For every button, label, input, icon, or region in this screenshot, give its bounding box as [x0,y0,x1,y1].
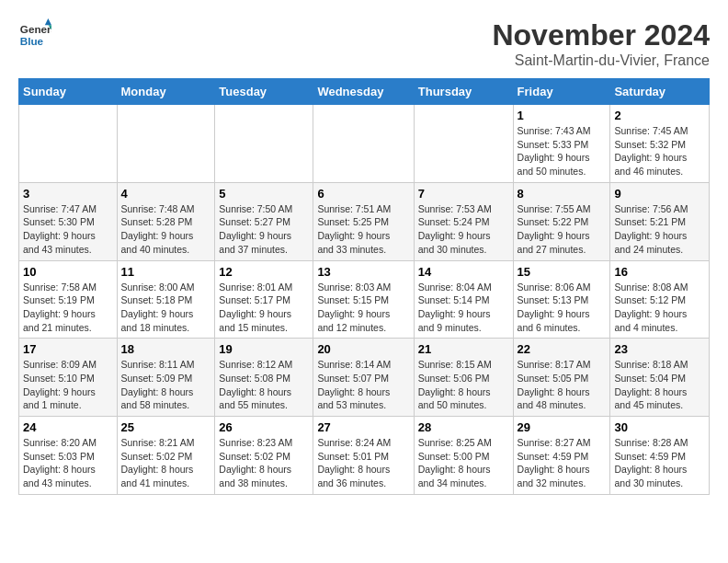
day-number: 21 [418,342,509,356]
day-number: 7 [418,187,509,201]
day-number: 20 [317,342,409,356]
day-number: 14 [418,265,509,279]
calendar-cell: 25Sunrise: 8:21 AM Sunset: 5:02 PM Dayli… [117,417,215,495]
weekday-header-sunday: Sunday [19,79,118,105]
day-info: Sunrise: 8:24 AM Sunset: 5:01 PM Dayligh… [317,436,409,490]
calendar-cell: 7Sunrise: 7:53 AM Sunset: 5:24 PM Daylig… [414,182,513,260]
day-number: 12 [219,265,309,279]
day-number: 5 [219,187,309,201]
day-info: Sunrise: 8:11 AM Sunset: 5:09 PM Dayligh… [121,358,211,412]
logo-icon: General Blue [18,18,51,52]
calendar-cell: 28Sunrise: 8:25 AM Sunset: 5:00 PM Dayli… [414,417,513,495]
day-info: Sunrise: 7:50 AM Sunset: 5:27 PM Dayligh… [219,202,309,257]
calendar-cell: 20Sunrise: 8:14 AM Sunset: 5:07 PM Dayli… [313,339,414,417]
logo: General Blue [18,18,51,52]
day-info: Sunrise: 8:20 AM Sunset: 5:03 PM Dayligh… [23,436,113,490]
day-info: Sunrise: 8:09 AM Sunset: 5:10 PM Dayligh… [23,358,113,412]
calendar-cell [117,105,215,183]
calendar-cell: 13Sunrise: 8:03 AM Sunset: 5:15 PM Dayli… [313,260,414,339]
calendar-cell: 26Sunrise: 8:23 AM Sunset: 5:02 PM Dayli… [215,417,313,495]
day-info: Sunrise: 8:15 AM Sunset: 5:06 PM Dayligh… [418,358,509,412]
week-row-1: 1Sunrise: 7:43 AM Sunset: 5:33 PM Daylig… [19,105,710,183]
day-number: 15 [518,265,607,279]
calendar-cell: 10Sunrise: 7:58 AM Sunset: 5:19 PM Dayli… [19,260,118,339]
location-title: Saint-Martin-du-Vivier, France [492,52,710,69]
day-info: Sunrise: 8:28 AM Sunset: 4:59 PM Dayligh… [614,436,705,490]
day-info: Sunrise: 8:08 AM Sunset: 5:12 PM Dayligh… [614,281,705,335]
page-header: General Blue November 2024 Saint-Martin-… [18,18,710,69]
day-info: Sunrise: 8:21 AM Sunset: 5:02 PM Dayligh… [121,436,211,490]
calendar-cell: 27Sunrise: 8:24 AM Sunset: 5:01 PM Dayli… [313,417,414,495]
day-info: Sunrise: 8:25 AM Sunset: 5:00 PM Dayligh… [418,436,509,490]
day-info: Sunrise: 8:01 AM Sunset: 5:17 PM Dayligh… [219,281,309,335]
svg-marker-2 [45,18,51,25]
weekday-header-thursday: Thursday [414,79,513,105]
day-info: Sunrise: 8:18 AM Sunset: 5:04 PM Dayligh… [614,358,705,412]
day-info: Sunrise: 7:43 AM Sunset: 5:33 PM Dayligh… [518,124,607,178]
day-info: Sunrise: 7:56 AM Sunset: 5:21 PM Dayligh… [614,202,705,257]
calendar-cell [215,105,313,183]
svg-text:Blue: Blue [20,35,44,47]
day-info: Sunrise: 7:51 AM Sunset: 5:25 PM Dayligh… [317,202,409,257]
day-info: Sunrise: 7:58 AM Sunset: 5:19 PM Dayligh… [23,281,113,335]
day-info: Sunrise: 8:04 AM Sunset: 5:14 PM Dayligh… [418,281,509,335]
calendar-cell: 23Sunrise: 8:18 AM Sunset: 5:04 PM Dayli… [610,339,710,417]
month-title: November 2024 [492,18,710,52]
calendar-cell: 11Sunrise: 8:00 AM Sunset: 5:18 PM Dayli… [117,260,215,339]
weekday-header-monday: Monday [117,79,215,105]
day-number: 25 [121,420,211,434]
day-info: Sunrise: 8:12 AM Sunset: 5:08 PM Dayligh… [219,358,309,412]
day-number: 23 [614,342,705,356]
day-info: Sunrise: 8:27 AM Sunset: 4:59 PM Dayligh… [518,436,607,490]
weekday-header-wednesday: Wednesday [313,79,414,105]
weekday-header-saturday: Saturday [610,79,710,105]
day-info: Sunrise: 7:55 AM Sunset: 5:22 PM Dayligh… [518,202,607,257]
calendar-cell: 5Sunrise: 7:50 AM Sunset: 5:27 PM Daylig… [215,182,313,260]
calendar-cell: 15Sunrise: 8:06 AM Sunset: 5:13 PM Dayli… [513,260,610,339]
calendar-cell: 24Sunrise: 8:20 AM Sunset: 5:03 PM Dayli… [19,417,118,495]
calendar-cell [19,105,118,183]
day-number: 8 [518,187,607,201]
day-number: 27 [317,420,409,434]
day-info: Sunrise: 8:14 AM Sunset: 5:07 PM Dayligh… [317,358,409,412]
week-row-3: 10Sunrise: 7:58 AM Sunset: 5:19 PM Dayli… [19,260,710,339]
day-number: 26 [219,420,309,434]
day-number: 16 [614,265,705,279]
day-number: 11 [121,265,211,279]
day-number: 1 [518,109,607,122]
calendar-cell: 1Sunrise: 7:43 AM Sunset: 5:33 PM Daylig… [513,105,610,183]
day-number: 30 [614,420,705,434]
day-number: 19 [219,342,309,356]
day-info: Sunrise: 7:48 AM Sunset: 5:28 PM Dayligh… [121,202,211,257]
calendar-cell: 22Sunrise: 8:17 AM Sunset: 5:05 PM Dayli… [513,339,610,417]
weekday-header-row: SundayMondayTuesdayWednesdayThursdayFrid… [19,79,710,105]
weekday-header-friday: Friday [513,79,610,105]
day-number: 4 [121,187,211,201]
calendar-cell: 4Sunrise: 7:48 AM Sunset: 5:28 PM Daylig… [117,182,215,260]
calendar-cell: 19Sunrise: 8:12 AM Sunset: 5:08 PM Dayli… [215,339,313,417]
calendar-cell: 12Sunrise: 8:01 AM Sunset: 5:17 PM Dayli… [215,260,313,339]
day-number: 2 [614,109,705,122]
calendar-cell [313,105,414,183]
day-info: Sunrise: 8:00 AM Sunset: 5:18 PM Dayligh… [121,281,211,335]
calendar-cell: 17Sunrise: 8:09 AM Sunset: 5:10 PM Dayli… [19,339,118,417]
day-info: Sunrise: 8:23 AM Sunset: 5:02 PM Dayligh… [219,436,309,490]
day-info: Sunrise: 8:06 AM Sunset: 5:13 PM Dayligh… [518,281,607,335]
week-row-5: 24Sunrise: 8:20 AM Sunset: 5:03 PM Dayli… [19,417,710,495]
calendar-table: SundayMondayTuesdayWednesdayThursdayFrid… [18,78,710,495]
day-info: Sunrise: 7:45 AM Sunset: 5:32 PM Dayligh… [614,124,705,178]
day-number: 18 [121,342,211,356]
day-number: 22 [518,342,607,356]
week-row-2: 3Sunrise: 7:47 AM Sunset: 5:30 PM Daylig… [19,182,710,260]
day-info: Sunrise: 7:53 AM Sunset: 5:24 PM Dayligh… [418,202,509,257]
calendar-cell [414,105,513,183]
calendar-cell: 16Sunrise: 8:08 AM Sunset: 5:12 PM Dayli… [610,260,710,339]
week-row-4: 17Sunrise: 8:09 AM Sunset: 5:10 PM Dayli… [19,339,710,417]
day-number: 13 [317,265,409,279]
calendar-cell: 30Sunrise: 8:28 AM Sunset: 4:59 PM Dayli… [610,417,710,495]
day-number: 10 [23,265,113,279]
calendar-cell: 9Sunrise: 7:56 AM Sunset: 5:21 PM Daylig… [610,182,710,260]
day-number: 9 [614,187,705,201]
day-number: 3 [23,187,113,201]
day-number: 28 [418,420,509,434]
